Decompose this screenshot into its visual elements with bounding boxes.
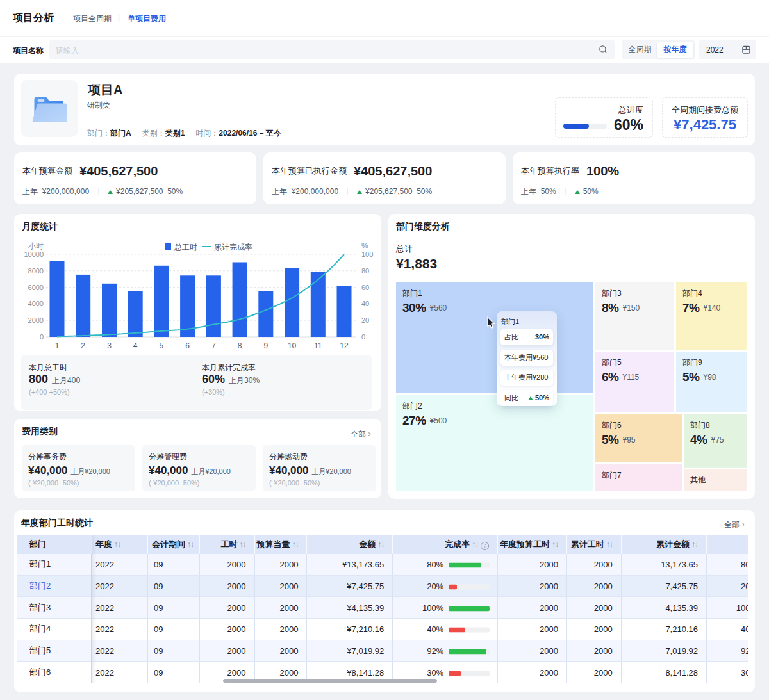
svg-text:80: 80 xyxy=(361,267,369,275)
svg-text:8: 8 xyxy=(238,341,242,350)
svg-text:10: 10 xyxy=(288,341,297,350)
svg-text:100: 100 xyxy=(361,250,373,258)
svg-text:10000: 10000 xyxy=(24,250,44,258)
svg-text:0: 0 xyxy=(361,333,365,341)
svg-text:4000: 4000 xyxy=(28,300,44,307)
svg-text:6000: 6000 xyxy=(28,284,44,291)
svg-text:小时: 小时 xyxy=(28,241,44,250)
svg-text:%: % xyxy=(361,241,368,250)
svg-text:0: 0 xyxy=(40,333,44,341)
svg-text:累计完成率: 累计完成率 xyxy=(214,243,252,252)
svg-text:3: 3 xyxy=(107,341,112,350)
svg-text:40: 40 xyxy=(361,300,369,307)
svg-text:总工时: 总工时 xyxy=(174,243,197,252)
svg-text:5: 5 xyxy=(160,341,164,350)
svg-text:9: 9 xyxy=(263,341,268,350)
svg-text:6: 6 xyxy=(185,341,190,350)
svg-text:2: 2 xyxy=(81,341,85,350)
svg-text:60: 60 xyxy=(361,284,369,291)
svg-text:7: 7 xyxy=(211,341,216,350)
svg-text:4: 4 xyxy=(133,341,138,350)
svg-text:8000: 8000 xyxy=(28,267,44,275)
svg-text:20: 20 xyxy=(361,316,369,324)
svg-text:12: 12 xyxy=(340,341,349,350)
svg-text:1: 1 xyxy=(55,341,60,350)
svg-text:2000: 2000 xyxy=(28,316,44,324)
svg-text:11: 11 xyxy=(314,341,322,350)
